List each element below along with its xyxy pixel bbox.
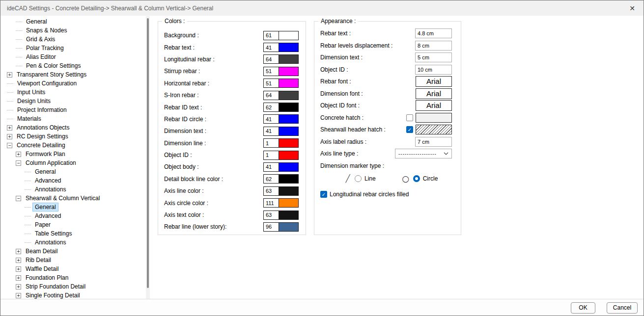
tree-item-label[interactable]: RC Design Settings	[14, 132, 71, 141]
tree-item-label[interactable]: Design Units	[15, 97, 53, 105]
tree-item-label[interactable]: Pen & Color Settings	[24, 61, 83, 70]
tree-item-label[interactable]: Viewport Configuration	[15, 79, 79, 88]
pen-number-input[interactable]: 51	[264, 67, 279, 76]
pen-color-control[interactable]: 41	[263, 162, 299, 172]
pen-number-input[interactable]: 41	[264, 127, 279, 135]
color-swatch[interactable]	[279, 163, 298, 171]
expand-plus-icon[interactable]: +	[7, 72, 12, 78]
axis-label-radius-input[interactable]	[415, 137, 452, 147]
pen-number-input[interactable]: 63	[264, 187, 279, 195]
tree-item-label[interactable]: Transparent Story Settings	[14, 70, 89, 79]
color-swatch[interactable]	[279, 223, 298, 231]
circles-filled-checkbox[interactable]: ✓	[320, 191, 327, 198]
object-id-font-button[interactable]: Arial	[416, 100, 452, 111]
color-swatch[interactable]	[279, 187, 298, 195]
tree-item-label[interactable]: Waffle Detail	[23, 264, 61, 273]
pen-color-control[interactable]: 63	[263, 186, 299, 196]
tree-item[interactable]: Design Units	[1, 97, 145, 105]
tree-item[interactable]: Viewport Configuration	[1, 79, 145, 88]
tree-item[interactable]: Advanced	[1, 211, 145, 220]
tree-item-label[interactable]: Snaps & Nodes	[24, 26, 69, 35]
pen-color-control[interactable]: 64	[263, 91, 299, 100]
tree-item[interactable]: Polar Tracking	[1, 44, 145, 53]
tree-scrollbar-thumb[interactable]	[147, 18, 149, 288]
pen-color-control[interactable]: 111	[263, 198, 299, 208]
expand-plus-icon[interactable]: +	[16, 152, 21, 157]
tree-item-label[interactable]: Materials	[15, 114, 44, 123]
pen-color-control[interactable]: 41	[263, 114, 299, 124]
color-swatch[interactable]	[279, 103, 298, 111]
color-swatch[interactable]	[279, 79, 298, 87]
expand-plus-icon[interactable]: +	[7, 125, 12, 131]
pen-number-input[interactable]: 41	[264, 43, 279, 52]
color-swatch[interactable]	[279, 115, 298, 123]
tree-item[interactable]: Annotations	[1, 185, 145, 194]
color-swatch[interactable]	[279, 67, 298, 76]
tree-item-label[interactable]: General	[24, 17, 50, 26]
color-swatch[interactable]	[279, 127, 298, 135]
expand-plus-icon[interactable]: +	[16, 284, 21, 290]
tree-item-label[interactable]: Paper	[32, 220, 53, 229]
tree-item[interactable]: General	[1, 203, 145, 211]
pen-number-input[interactable]: 64	[264, 91, 279, 100]
tree-item[interactable]: Table Settings	[1, 229, 145, 238]
pen-number-input[interactable]: 96	[264, 223, 279, 231]
expand-plus-icon[interactable]: +	[16, 266, 21, 272]
dimension-text-size-input[interactable]	[415, 53, 452, 62]
color-swatch[interactable]	[279, 151, 298, 159]
pen-color-control[interactable]: 63	[263, 211, 299, 220]
tree-item-label[interactable]: Rib Detail	[23, 256, 54, 264]
pen-number-input[interactable]: 1	[264, 139, 279, 147]
tree-item-label[interactable]: Concrete Detailing	[14, 141, 68, 150]
tree-item-label[interactable]: Alias Editor	[24, 53, 58, 61]
tree-item[interactable]: +Waffle Detail	[1, 264, 145, 273]
circle-marker-radio[interactable]	[413, 175, 420, 182]
tree-item[interactable]: Annotations	[1, 238, 145, 247]
tree-item[interactable]: +Transparent Story Settings	[1, 70, 145, 79]
color-swatch[interactable]	[279, 43, 298, 52]
pen-color-control[interactable]: 1	[263, 138, 299, 148]
pen-number-input[interactable]: 1	[264, 151, 279, 159]
tree-item[interactable]: Pen & Color Settings	[1, 61, 145, 70]
pen-color-control[interactable]: 61	[263, 31, 299, 40]
expand-plus-icon[interactable]: +	[16, 275, 21, 281]
tree-item-label[interactable]: General	[32, 203, 58, 211]
pen-number-input[interactable]: 64	[264, 55, 279, 63]
tree-item-label[interactable]: General	[32, 167, 58, 176]
pen-color-control[interactable]: 62	[263, 103, 299, 112]
tree-item-label[interactable]: Annotations Objects	[14, 123, 72, 132]
object-id-size-input[interactable]	[415, 65, 452, 75]
tree-item[interactable]: Input Units	[1, 88, 145, 97]
close-icon[interactable]: ✕	[621, 0, 644, 16]
dimension-font-button[interactable]: Arial	[416, 88, 452, 99]
tree-item[interactable]: Snaps & Nodes	[1, 26, 145, 35]
tree-item[interactable]: +Formwork Plan	[1, 150, 145, 158]
color-swatch[interactable]	[279, 91, 298, 100]
cancel-button[interactable]: Cancel	[607, 302, 638, 314]
tree-item-label[interactable]: Grid & Axis	[24, 35, 57, 44]
pen-color-control[interactable]: 62	[263, 174, 299, 184]
pen-color-control[interactable]: 64	[263, 54, 299, 64]
pen-number-input[interactable]: 62	[264, 175, 279, 183]
rebar-font-button[interactable]: Arial	[416, 76, 452, 87]
color-swatch[interactable]	[279, 55, 298, 63]
pen-color-control[interactable]: 51	[263, 67, 299, 76]
tree-item-label[interactable]: Shearwall & Column Vertical	[23, 194, 102, 203]
expand-plus-icon[interactable]: +	[16, 293, 21, 298]
tree-scrollbar[interactable]	[146, 16, 150, 316]
tree-item[interactable]: Alias Editor	[1, 53, 145, 61]
tree-item-label[interactable]: Input Units	[15, 88, 48, 97]
tree-item[interactable]: Paper	[1, 220, 145, 229]
ok-button[interactable]: OK	[571, 302, 595, 314]
collapse-minus-icon[interactable]: −	[16, 160, 21, 166]
tree-item-label[interactable]: Polar Tracking	[24, 44, 66, 53]
color-swatch[interactable]	[279, 31, 298, 40]
color-swatch[interactable]	[279, 175, 298, 183]
pen-number-input[interactable]: 41	[264, 163, 279, 171]
tree-item[interactable]: +RC Design Settings	[1, 132, 145, 141]
shearwall-hatch-swatch[interactable]	[416, 125, 452, 134]
concrete-hatch-swatch[interactable]	[416, 113, 452, 123]
tree-item-label[interactable]: Annotations	[32, 238, 68, 247]
tree-item[interactable]: Advanced	[1, 176, 145, 185]
pen-color-control[interactable]: 51	[263, 79, 299, 88]
